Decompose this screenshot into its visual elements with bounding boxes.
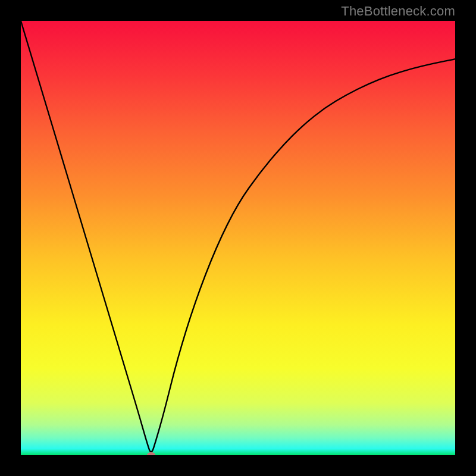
plot-area — [21, 21, 455, 455]
minimum-marker-icon — [147, 452, 155, 455]
watermark-text: TheBottleneck.com — [341, 4, 455, 19]
chart-frame: TheBottleneck.com — [0, 0, 476, 476]
bottleneck-curve — [21, 21, 455, 455]
